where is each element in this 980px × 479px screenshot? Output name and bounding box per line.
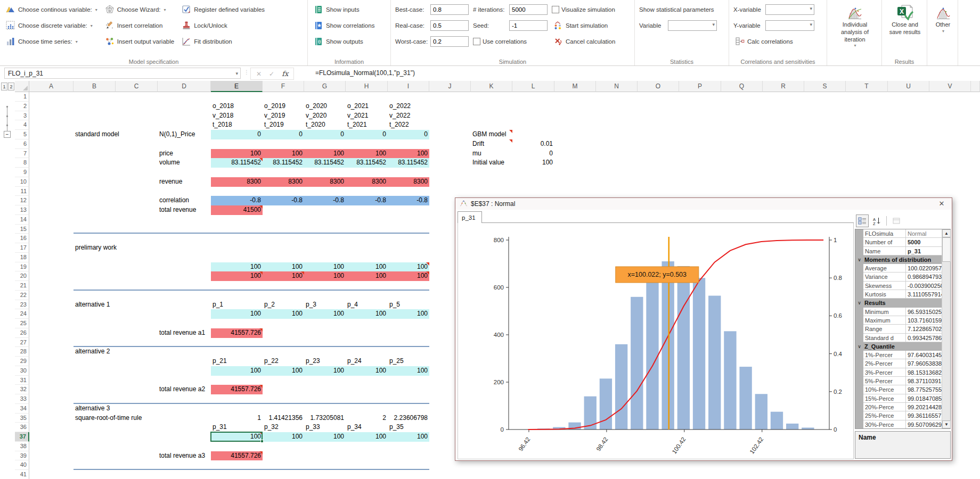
row-header-27[interactable]: 27	[15, 338, 29, 348]
use-correlations-checkbox[interactable]	[473, 38, 480, 45]
row-header-39[interactable]: 39	[15, 451, 29, 461]
cell-G23[interactable]: p_3	[304, 300, 346, 310]
cancel-calculation-button[interactable]: Cancel calculation	[552, 34, 617, 49]
property-row-minimum[interactable]: Minimum96.5931502531	[855, 308, 950, 316]
category-collapse-icon[interactable]: ∨	[855, 299, 863, 307]
row-header-33[interactable]: 33	[15, 394, 29, 404]
column-header-J[interactable]: J	[429, 81, 471, 92]
cell-H4[interactable]: t_2021	[346, 120, 388, 130]
row-header-12[interactable]: 12	[15, 196, 29, 205]
cell-I23[interactable]: p_5	[388, 300, 429, 310]
property-row-3-percer[interactable]: 3%-Percer98.1531368246	[855, 368, 950, 377]
cell-G4[interactable]: t_2020	[304, 120, 346, 130]
variable-dropdown[interactable]	[668, 20, 717, 31]
column-header-U[interactable]: U	[888, 81, 929, 92]
individual-analysis-of-iteration-button[interactable]: Individual analysis of iteration▾	[831, 2, 878, 48]
cell-G19[interactable]: 100	[304, 262, 346, 272]
tab-p31[interactable]: p_31	[458, 211, 482, 223]
cell-I5[interactable]: 0	[388, 130, 429, 139]
cell-H8[interactable]: 83.115452	[346, 158, 388, 168]
cell-E30[interactable]: 100	[211, 366, 263, 376]
property-row-z-quantile[interactable]: ∨Z_Quantile	[855, 342, 950, 351]
column-header-A[interactable]: A	[29, 81, 74, 92]
property-row-maximum[interactable]: Maximum103.716015956	[855, 316, 950, 325]
property-row-kurtosis[interactable]: Kurtosis3.11105579140	[855, 290, 950, 299]
cell-F24[interactable]: 100	[263, 309, 304, 319]
row-header-24[interactable]: 24	[15, 309, 29, 319]
cell-G30[interactable]: 100	[304, 366, 346, 376]
cell-H10[interactable]: 8300	[346, 177, 388, 187]
cell-D5[interactable]: N(0,1)_Price	[158, 130, 211, 139]
cell-D10[interactable]: revenue	[158, 177, 211, 187]
cell-E10[interactable]: 8300	[211, 177, 263, 187]
cell-E13[interactable]: 41500	[211, 205, 263, 215]
selected-cell-outline[interactable]	[210, 432, 263, 442]
cell-D32[interactable]: total revenue a2	[158, 385, 211, 394]
cell-D12[interactable]: correlation	[158, 196, 211, 205]
cell-E29[interactable]: p_21	[211, 357, 263, 366]
cell-H37[interactable]: 100	[346, 432, 388, 442]
property-row-30-perce[interactable]: 30%-Perce99.5070962962	[855, 420, 950, 429]
cell-I7[interactable]: 100	[388, 149, 429, 159]
row-header-26[interactable]: 26	[15, 328, 29, 338]
cell-I8[interactable]: 83.115452	[388, 158, 429, 168]
cell-F5[interactable]: 0	[263, 130, 304, 139]
cell-K6[interactable]: Drift	[471, 139, 512, 149]
cell-I29[interactable]: p_25	[388, 357, 429, 366]
outline-collapse-button[interactable]: −	[4, 131, 11, 138]
cell-E12[interactable]: -0.8	[211, 196, 263, 205]
cell-F10[interactable]: 8300	[263, 177, 304, 187]
row-header-15[interactable]: 15	[15, 225, 29, 234]
cell-H29[interactable]: p_24	[346, 357, 388, 366]
cell-K5[interactable]: GBM model	[471, 130, 512, 139]
other-button[interactable]: Other▾	[932, 2, 954, 34]
cell-I12[interactable]: -0.8	[388, 196, 429, 205]
row-header-31[interactable]: 31	[15, 376, 29, 385]
row-header-40[interactable]: 40	[15, 460, 29, 470]
cell-I19[interactable]: 100	[388, 262, 429, 272]
cell-H7[interactable]: 100	[346, 149, 388, 159]
row-header-19[interactable]: 19	[15, 262, 29, 272]
cell-F23[interactable]: p_2	[263, 300, 304, 310]
cell-E24[interactable]: 100	[211, 309, 263, 319]
cell-G5[interactable]: 0	[304, 130, 346, 139]
cell-F8[interactable]: 83.115452	[263, 158, 304, 168]
property-row-skewness[interactable]: Skewness-0.0039002500	[855, 282, 950, 290]
cell-H20[interactable]: 100	[346, 271, 388, 281]
row-header-38[interactable]: 38	[15, 442, 29, 451]
show-outputs-button[interactable]: θShow outputs	[312, 34, 376, 49]
property-row-flosimula[interactable]: FLOsimulaNormal	[855, 229, 950, 238]
cell-F7[interactable]: 100	[263, 149, 304, 159]
property-row-average[interactable]: Average100.022095766	[855, 264, 950, 272]
column-header-M[interactable]: M	[554, 81, 596, 92]
insert-output-variable-button[interactable]: Insert output variable	[103, 34, 176, 49]
column-header-C[interactable]: C	[116, 81, 158, 92]
real-case-input[interactable]	[430, 20, 469, 31]
name-box-dropdown-icon[interactable]: ▾	[235, 68, 238, 79]
row-header-9[interactable]: 9	[15, 168, 29, 177]
column-header-R[interactable]: R	[763, 81, 804, 92]
iterations-input[interactable]	[509, 4, 548, 15]
cell-E7[interactable]: 100	[211, 149, 263, 159]
row-header-35[interactable]: 35	[15, 414, 29, 423]
column-header-K[interactable]: K	[471, 81, 512, 92]
property-row-25-perce[interactable]: 25%-Perce99.3611655773	[855, 411, 950, 420]
cell-F2[interactable]: o_2019	[263, 102, 304, 111]
calc-correlations-button[interactable]: Calc correlations	[733, 34, 814, 49]
cell-F36[interactable]: p_32	[263, 423, 304, 432]
property-row-standard-d[interactable]: Standard d0.99342578651	[855, 334, 950, 342]
category-collapse-icon[interactable]: ∨	[855, 342, 863, 351]
column-header-G[interactable]: G	[304, 81, 346, 92]
property-row-number-of[interactable]: Number of5000	[855, 238, 950, 246]
cell-E5[interactable]: 0	[211, 130, 263, 139]
sort-alphabetical-icon[interactable]: AZ	[870, 214, 883, 227]
cell-H24[interactable]: 100	[346, 309, 388, 319]
start-simulation-button[interactable]: Start simulation	[552, 18, 617, 34]
cell-G7[interactable]: 100	[304, 149, 346, 159]
choose-continuous-variable-button[interactable]: Choose continous variable:▾	[4, 2, 99, 18]
row-header-13[interactable]: 13	[15, 205, 29, 215]
lock-unlock-button[interactable]: Lock/Unlock	[180, 18, 266, 34]
row-header-11[interactable]: 11	[15, 187, 29, 196]
property-row-moments-of-distribution[interactable]: ∨Moments of distribution	[855, 255, 950, 264]
column-header-N[interactable]: N	[596, 81, 638, 92]
